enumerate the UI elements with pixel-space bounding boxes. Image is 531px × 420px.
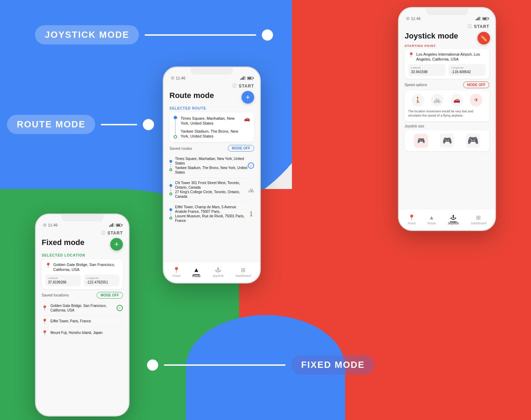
joystick-phone: 11:46 ⓘ START ✏️ Joystick mode STARTING … [398,7,496,231]
route-mode-pill: ROUTE MODE [7,115,95,134]
nav-fixed[interactable]: 📍 Fixed [173,267,180,278]
route-mode-circle [143,119,154,130]
route-phone-notch [191,68,233,75]
saved-routes-label: Saved routes [169,146,192,150]
nav-joystick-label: Joystick [212,274,224,278]
nav-route-icon: ▲ [193,266,200,274]
route-mode-label: ROUTE MODE [7,115,154,134]
route-texts: Times Square, Manhattan, New York, Unite… [181,116,240,139]
joystick-fab[interactable]: ✏️ [477,32,490,44]
joystick-status-icons [476,17,488,20]
joystick-nav-fixed[interactable]: 📍 Fixed [408,214,415,225]
speed-box: 🚶 🚲 🚗 ✈ The location movement would be v… [405,90,489,121]
joystick-bottom-nav: 📍 Fixed ▲ Route 🕹 Joystick ⊞ Dashboard [399,209,495,230]
route-fab[interactable]: + [242,91,254,104]
joystick-mode-line [145,34,256,36]
route-mode-line [101,124,137,125]
saved-route-3[interactable]: Eiffel Tower, Champ de Mars, 5 Avenue An… [169,202,254,226]
saved-loc-3-icon: 📍 [42,330,48,336]
joystick-size-small[interactable]: 🎮 [414,134,428,148]
route-status-bar: 11:46 [169,76,254,80]
fixed-lng-value: -122.4782551 [86,280,117,284]
fixed-location-box: 📍 Golden Gate Bridge, San Francisco, Cal… [42,259,123,289]
speed-bike-icon[interactable]: 🚲 [431,94,443,106]
nav-fixed-icon: 📍 [173,267,180,273]
saved-route-1-check: ✓ [248,162,254,169]
joystick-nav-fixed-icon: 📍 [408,214,415,221]
route-connector [175,120,176,134]
route-battery [247,77,253,80]
joystick-lng-box: Longitude -118.408542 [448,64,486,76]
fixed-title-row: Fixed mode + [42,238,123,251]
saved-route-2-to: 27 King's College Circle, Toronto, Ontar… [175,190,248,199]
joystick-nav-route[interactable]: ▲ Route [427,215,436,225]
route-dots [174,116,177,139]
fixed-phone: 11:46 ⓘ START Fixed mode + SELECTED LOCA [35,214,130,416]
dot-origin [174,116,177,119]
fixed-fab[interactable]: + [110,238,123,251]
saved-loc-1-icon: 📍 [42,305,48,311]
fixed-phone-notch [61,215,103,222]
fixed-mode-circle [147,359,158,371]
fixed-header: ⓘ START [42,230,123,236]
speed-walk-icon[interactable]: 🚶 [412,94,424,106]
saved-route-3-to: Louvre Museum, Rue de Rivoli, 75001 Pari… [175,214,249,223]
saved-route-3-icon: 🚶 [249,211,254,217]
fixed-phone-screen: 11:46 ⓘ START Fixed mode + SELECTED LOCA [36,215,128,415]
joystick-nav-joystick[interactable]: 🕹 Joystick [448,215,459,225]
starting-point-label: STARTING POINT [405,44,489,48]
saved-loc-1-check: ✓ [117,305,123,311]
joystick-sizes: 🎮 🎮 🎮 [408,134,486,148]
joystick-location-box: 📍 Los Angeles International Airport, Los… [405,49,489,79]
nav-dashboard[interactable]: ⊞ Dashboard [236,267,251,278]
saved-route-1[interactable]: Times Square, Manhattan, New York, Unite… [169,154,254,178]
fixed-signal-bars [109,223,114,227]
nav-joystick-icon: 🕹 [215,267,221,273]
joystick-time: 11:46 [411,16,421,21]
fixed-mode-off-btn[interactable]: MODE OFF [97,292,123,299]
saved-loc-2-name: Eiffel Tower, Paris, France [50,319,123,323]
route-start-btn[interactable]: START [239,84,254,89]
route-bottom-nav: 📍 Fixed ▲ Route 🕹 Joystick ⊞ Dashboard [164,261,260,282]
joystick-header: ⓘ START [405,23,489,29]
joystick-signal-bars [476,17,481,20]
fixed-title: Fixed mode [42,238,84,247]
joystick-mode-off-btn[interactable]: MODE OFF [463,82,489,88]
route-header: ⓘ START [169,83,254,89]
joystick-size-header: Joystick size [405,124,489,128]
saved-route-3-from: Eiffel Tower, Champ de Mars, 5 Avenue An… [175,205,249,214]
saved-routes-header: Saved routes MODE OFF [169,145,254,152]
route-status-icons [240,76,253,80]
speed-plane-icon[interactable]: ✈ [470,94,482,106]
saved-route-2-icon: 🚲 [248,187,254,192]
fixed-start-btn[interactable]: START [107,231,123,236]
joystick-start-btn[interactable]: START [474,24,489,29]
joystick-mode-circle [262,29,273,41]
saved-loc-3[interactable]: 📍 Mount Fuji, Honshu Island, Japan [42,327,123,338]
nav-dashboard-label: Dashboard [236,274,251,278]
saved-loc-2[interactable]: 📍 Eiffel Tower, Paris, France [42,316,123,327]
joystick-phone-notch [426,8,468,15]
joystick-nav-dashboard[interactable]: ⊞ Dashboard [471,214,486,225]
route-car-icon: 🚗 [244,116,250,139]
fixed-mode-line [164,364,286,366]
joystick-location-name: 📍 Los Angeles International Airport, Los… [408,52,486,62]
nav-fixed-label: Fixed [173,274,180,278]
route-mode-off-btn[interactable]: MODE OFF [228,145,254,152]
fixed-status-icons [109,223,121,227]
nav-route[interactable]: ▲ Route [192,266,201,278]
route-phone: 11:46 ⓘ START Route mode + SELECTED ROUT [163,66,261,284]
saved-loc-3-name: Mount Fuji, Honshu Island, Japan [50,330,123,335]
fixed-location-name: 📍 Golden Gate Bridge, San Francisco, Cal… [45,262,119,272]
speed-car-icon[interactable]: 🚗 [450,94,463,106]
joystick-lng-value: -118.408542 [451,70,483,74]
joystick-size-medium[interactable]: 🎮 [440,134,454,148]
nav-joystick[interactable]: 🕹 Joystick [212,267,224,278]
saved-loc-1[interactable]: 📍 Golden Gate Bridge, San Francisco, Cal… [42,301,123,316]
saved-route-2[interactable]: CN Tower 301 Front Street West, Toronto,… [169,178,254,202]
route-time: 11:46 [176,76,186,80]
joystick-coord-row: Latitude 33.941598 Longitude -118.408542 [408,64,486,76]
route-selected-item[interactable]: Times Square, Manhattan, New York, Unite… [169,112,254,142]
fixed-status-bar: 11:46 [42,223,123,227]
joystick-size-large[interactable]: 🎮 [466,134,480,148]
